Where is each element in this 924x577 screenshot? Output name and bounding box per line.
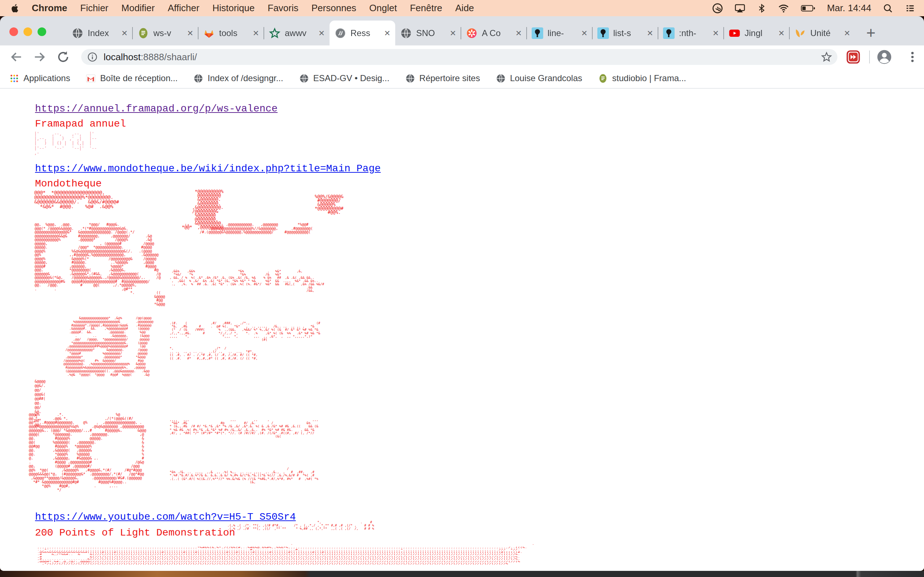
navigation-toolbar: localhost:8888/shaarli/ (0, 45, 924, 69)
tab-unit-[interactable]: Unité× (789, 21, 855, 45)
bookmark-esad-gv-desig-[interactable]: ESAD-GV • Desig... (299, 73, 389, 83)
url-text: localhost:8888/shaarli/ (103, 52, 197, 63)
menu-item-fichier[interactable]: Fichier (80, 3, 108, 14)
gmail-icon (86, 74, 96, 83)
url-path: :8888/shaarli/ (141, 52, 197, 62)
content-link-title-2: 200 Points of Light Demonstration (35, 527, 235, 538)
forward-button[interactable] (32, 50, 47, 64)
tab-a-co[interactable]: A Co× (461, 21, 527, 45)
tab-label: Jingl (745, 28, 776, 38)
globe-icon (194, 74, 203, 83)
art-al-letters: &@@@@@@@@@@@@@@* ,&@% /@@(@@@@ %@@@@@@@@… (46, 317, 153, 377)
bookmark-star-icon[interactable] (821, 51, 832, 63)
tab-label: Index (88, 28, 120, 38)
menu-item-aide[interactable]: Aide (455, 3, 474, 14)
apple-logo-icon[interactable] (10, 3, 19, 13)
menu-item-afficher[interactable]: Afficher (168, 3, 200, 14)
tab-close-icon[interactable]: × (713, 28, 719, 38)
bookmark-applications[interactable]: Applications (10, 73, 70, 83)
menu-clock[interactable]: Mar. 14:44 (827, 3, 871, 14)
bookmark-index-of-designgr-[interactable]: Index of /designgr... (194, 73, 283, 83)
art-band-6: *, . # .(,% ,( ./*. **(, ,(/# #*#,. /* ,… (228, 521, 374, 531)
battery-icon[interactable] (801, 4, 815, 12)
bookmark-label: studiobio | Frama... (612, 73, 686, 83)
bookmarks-bar: ApplicationsBoîte de réception...Index o… (0, 69, 924, 89)
tab-label: :nth- (679, 28, 711, 38)
menu-item-chrome[interactable]: Chrome (32, 3, 67, 14)
tab-close-icon[interactable]: × (253, 28, 259, 38)
bluetooth-icon[interactable] (757, 3, 766, 14)
screen: Chrome Fichier Modifier Afficher Histori… (0, 0, 924, 577)
tab-close-icon[interactable]: × (516, 28, 522, 38)
tab-close-icon[interactable]: × (779, 28, 784, 38)
window-zoom-button[interactable] (37, 27, 46, 36)
tab-close-icon[interactable]: × (319, 28, 325, 38)
menu-item-onglet[interactable]: Onglet (369, 3, 397, 14)
window-minimize-button[interactable] (23, 27, 32, 36)
bookmark-label: Applications (23, 73, 70, 83)
globe-icon (496, 74, 506, 83)
bookmark-louise-grandcolas[interactable]: Louise Grandcolas (496, 73, 582, 83)
menu-status-area: Mar. 14:44 (712, 3, 924, 14)
content-link-title-0: Framapad annuel (35, 118, 126, 129)
tab-close-icon[interactable]: × (450, 28, 456, 38)
chrome-menu-icon[interactable] (905, 50, 920, 64)
tab-jingl[interactable]: Jingl× (724, 21, 789, 45)
tab-sno[interactable]: SNO× (395, 21, 461, 45)
wings-icon (795, 27, 806, 39)
menu-item-historique[interactable]: Historique (212, 3, 254, 14)
back-button[interactable] (9, 50, 23, 64)
tab-close-icon[interactable]: × (187, 28, 193, 38)
menu-item-personnes[interactable]: Personnes (312, 3, 356, 14)
tab-index[interactable]: Index× (67, 21, 132, 45)
bookmark-studiobio-frama-[interactable]: studiobio | Frama... (598, 73, 686, 83)
tab-close-icon[interactable]: × (844, 28, 850, 38)
page-info-icon[interactable] (87, 52, 98, 62)
bookmark-r-pertoire-sites[interactable]: Répertoire sites (405, 73, 480, 83)
page-content: https://annuel.framapad.org/p/ws-valence… (0, 89, 924, 571)
tab-ress[interactable]: Ress× (330, 21, 395, 45)
reload-button[interactable] (56, 50, 70, 64)
tab-label: list-s (613, 28, 645, 38)
csstricks-icon (531, 27, 543, 39)
tab-line-[interactable]: line-× (527, 21, 592, 45)
bookmark-label: Répertoire sites (419, 73, 480, 83)
macos-menu-bar: Chrome Fichier Modifier Afficher Histori… (0, 0, 924, 16)
csstricks-icon (663, 27, 675, 39)
tab-list-s[interactable]: list-s× (592, 21, 658, 45)
content-link-1[interactable]: https://www.mondotheque.be/wiki/index.ph… (35, 163, 381, 174)
content-link-title-1: Mondotheque (35, 178, 102, 189)
address-bar[interactable]: localhost:8888/shaarli/ (81, 49, 837, 65)
tab-label: awwv (285, 28, 317, 38)
tab-awwv[interactable]: awwv× (264, 21, 330, 45)
apps-grid-icon (10, 74, 19, 83)
new-tab-button[interactable]: + (866, 25, 876, 41)
art-bottom-block: ' ' ,,,,,,,,,,,,,,,,,,,,,,,,,,,,,,,,,,,,… (37, 544, 535, 565)
menu-item-modifier[interactable]: Modifier (121, 3, 155, 14)
spotlight-search-icon[interactable] (883, 3, 893, 13)
art-band-3: *, ,/* / .. ., ., , .. .. ..(/ ., .. ..,… (170, 347, 258, 360)
profile-avatar[interactable] (876, 49, 892, 65)
tab--nth-[interactable]: :nth-× (658, 21, 724, 45)
menu-item-favoris[interactable]: Favoris (268, 3, 299, 14)
content-link-0[interactable]: https://annuel.framapad.org/p/ws-valence (35, 103, 278, 114)
airplay-icon[interactable] (735, 3, 745, 14)
tab-close-icon[interactable]: × (384, 28, 390, 38)
menu-item-fenetre[interactable]: Fenêtre (410, 3, 443, 14)
bookmark-label: Louise Grandcolas (510, 73, 582, 83)
wifi-icon[interactable] (778, 3, 789, 14)
creative-cloud-icon[interactable] (712, 3, 723, 14)
gitlab-icon (203, 27, 215, 39)
window-close-button[interactable] (10, 27, 18, 36)
tab-close-icon[interactable]: × (582, 28, 587, 38)
tab-ws-v[interactable]: ws-v× (132, 21, 198, 45)
notification-center-icon[interactable] (905, 3, 915, 13)
tab-close-icon[interactable]: × (647, 28, 653, 38)
bookmark-label: Index of /designgr... (208, 73, 283, 83)
extension-icon[interactable] (846, 50, 861, 64)
tab-tools[interactable]: tools× (198, 21, 264, 45)
bookmark-bo-te-de-r-ception-[interactable]: Boîte de réception... (86, 73, 178, 83)
star-icon (269, 27, 281, 39)
art-band-2: .(#. ( ,#/ ,###, ,/*., (# *&. ,#& # . @#… (170, 322, 320, 342)
tab-close-icon[interactable]: × (122, 28, 128, 38)
